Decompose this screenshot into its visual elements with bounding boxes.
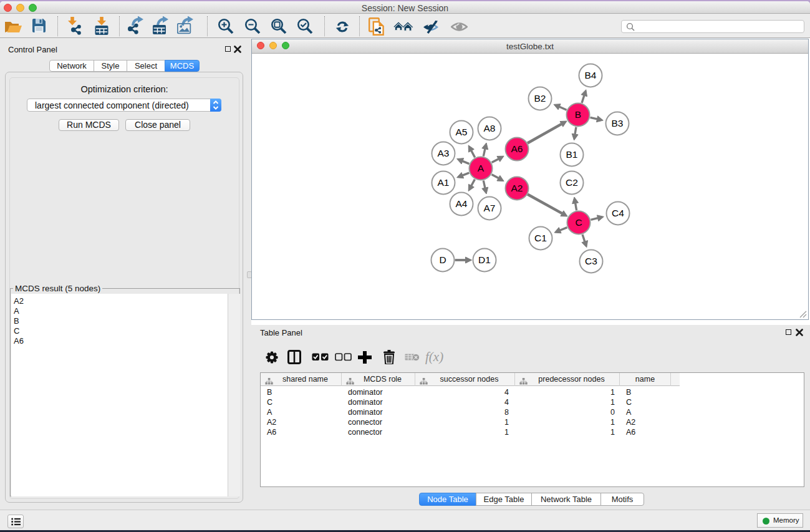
svg-text:A4: A4 [456, 198, 468, 209]
svg-text:A8: A8 [484, 123, 496, 133]
svg-text:D1: D1 [478, 254, 491, 265]
svg-text:C1: C1 [534, 233, 547, 243]
svg-text:C: C [575, 217, 582, 228]
svg-text:B: B [575, 109, 581, 120]
svg-text:C3: C3 [585, 256, 597, 266]
svg-text:B1: B1 [566, 149, 578, 160]
svg-text:A5: A5 [456, 127, 468, 137]
svg-text:B2: B2 [534, 93, 546, 104]
svg-text:C2: C2 [566, 177, 578, 188]
svg-text:A3: A3 [438, 148, 450, 158]
svg-text:C4: C4 [612, 208, 624, 218]
svg-text:A1: A1 [438, 177, 450, 188]
svg-text:A7: A7 [484, 203, 496, 213]
svg-text:D: D [439, 254, 446, 265]
svg-text:A: A [478, 163, 485, 173]
svg-text:A6: A6 [511, 143, 523, 154]
svg-text:B3: B3 [612, 118, 624, 128]
svg-text:A2: A2 [511, 183, 523, 193]
svg-text:B4: B4 [585, 70, 597, 80]
